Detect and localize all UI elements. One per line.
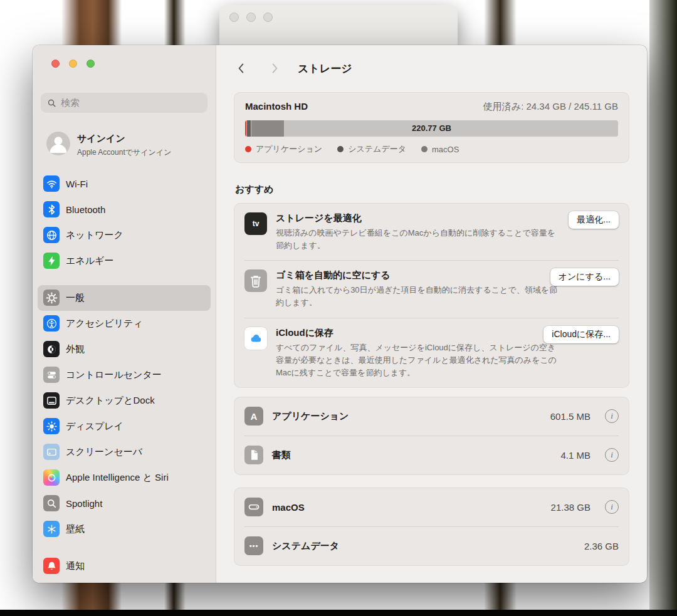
tree-trunk xyxy=(649,0,677,616)
storage-pane: ストレージ Macintosh HD 使用済み: 24.34 GB / 245.… xyxy=(216,45,647,583)
applications-icon: A xyxy=(244,407,263,425)
recommendation-store-in-icloud: iCloudに保存 すべてのファイル、写真、メッセージをiCloudに保存し、ス… xyxy=(244,318,619,387)
sidebar-item-apple-intelligence-siri[interactable]: Apple Intelligence と Siri xyxy=(38,465,211,491)
minimize-button[interactable] xyxy=(69,60,77,68)
sidebar-item-energy[interactable]: エネルギー xyxy=(38,248,211,274)
screensaver-icon xyxy=(43,444,60,460)
usage-size: 2.36 GB xyxy=(584,541,619,551)
wallpaper-flower-icon xyxy=(43,521,60,537)
document-icon xyxy=(244,446,263,464)
info-button[interactable]: i xyxy=(605,500,619,514)
sidebar-item-control-center[interactable]: コントロールセンター xyxy=(38,362,211,388)
usage-card-system: macOS 21.38 GB i ••• システムデータ 2.36 GB xyxy=(234,488,629,566)
icloud-icon xyxy=(244,327,267,350)
storage-legend: アプリケーション システムデータ macOS xyxy=(245,144,618,155)
recommendation-title: ゴミ箱を自動的に空にする xyxy=(276,269,559,281)
gear-icon xyxy=(43,290,60,306)
recommendation-description: すべてのファイル、写真、メッセージをiCloudに保存し、ストレージの空き容量が… xyxy=(276,342,559,379)
recommendation-title: ストレージを最適化 xyxy=(276,212,559,224)
back-button[interactable] xyxy=(234,61,248,75)
usage-size: 601.5 MB xyxy=(550,411,590,422)
info-button[interactable]: i xyxy=(605,409,619,423)
legend-dot xyxy=(245,146,251,152)
close-button[interactable] xyxy=(51,60,60,68)
legend-item-applications: アプリケーション xyxy=(245,144,322,155)
sidebar-item-network[interactable]: ネットワーク xyxy=(38,222,211,248)
chevron-left-icon xyxy=(236,63,246,74)
inactive-close-button[interactable] xyxy=(229,13,239,22)
sidebar-item-wallpaper[interactable]: 壁紙 xyxy=(38,516,211,542)
sidebar-item-bluetooth[interactable]: Bluetooth xyxy=(38,197,211,222)
sidebar-item-display[interactable]: ディスプレイ xyxy=(38,414,211,439)
inactive-zoom-button[interactable] xyxy=(263,13,273,22)
inactive-minimize-button[interactable] xyxy=(246,13,256,22)
recommendations-card: tv ストレージを最適化 視聴済みの映画やテレビ番組をこのMacから自動的に削除… xyxy=(234,203,629,388)
recommendation-description: ゴミ箱に入れてから30日が過ぎた項目を自動的に消去することで、領域を節約します。 xyxy=(276,284,559,309)
usage-size: 4.1 MB xyxy=(560,450,590,461)
recommendation-optimize-storage: tv ストレージを最適化 視聴済みの映画やテレビ番組をこのMacから自動的に削除… xyxy=(244,204,619,260)
sidebar-item-desktop-dock[interactable]: デスクトップとDock xyxy=(38,388,211,414)
system-settings-window: 検索 サインイン Apple Accountでサインイン Wi-Fi xyxy=(33,45,647,583)
appearance-icon xyxy=(43,341,60,357)
bluetooth-icon xyxy=(43,201,60,217)
avatar xyxy=(46,132,70,155)
search-icon xyxy=(47,98,56,108)
sidebar-item-screensaver[interactable]: スクリーンセーバ xyxy=(38,439,211,465)
usage-card-apps-documents: A アプリケーション 601.5 MB i 書類 4.1 MB i xyxy=(234,397,629,475)
sidebar-item-signin[interactable]: サインイン Apple Accountでサインイン xyxy=(41,132,207,159)
sidebar-item-notifications[interactable]: 通知 xyxy=(38,553,211,579)
desktop-dock-icon xyxy=(43,392,60,409)
turn-on-button[interactable]: オンにする... xyxy=(550,268,619,286)
bolt-icon xyxy=(43,253,60,269)
background-window[interactable] xyxy=(219,5,458,46)
inactive-traffic-lights xyxy=(219,5,458,22)
sidebar-item-spotlight[interactable]: Spotlight xyxy=(38,491,211,516)
search-placeholder: 検索 xyxy=(61,97,80,109)
usage-row-documents[interactable]: 書類 4.1 MB i xyxy=(244,436,619,474)
navigation-bar: ストレージ xyxy=(234,45,629,78)
globe-icon xyxy=(43,227,60,243)
bell-icon xyxy=(43,558,60,574)
storage-usage-bar[interactable]: 220.77 GB xyxy=(245,120,618,137)
legend-dot xyxy=(421,146,428,152)
control-center-icon xyxy=(43,367,60,383)
trash-icon xyxy=(244,269,267,292)
recommendation-title: iCloudに保存 xyxy=(276,327,559,339)
traffic-lights xyxy=(33,45,216,68)
legend-item-system-data: システムデータ xyxy=(337,144,406,155)
volume-name: Macintosh HD xyxy=(245,101,308,112)
legend-item-macos: macOS xyxy=(421,144,459,155)
zoom-button[interactable] xyxy=(87,60,95,68)
storage-overview-card: Macintosh HD 使用済み: 24.34 GB / 245.11 GB … xyxy=(234,92,629,163)
sidebar-item-appearance[interactable]: 外観 xyxy=(38,337,211,362)
accessibility-icon xyxy=(43,315,60,331)
recommendation-empty-trash: ゴミ箱を自動的に空にする ゴミ箱に入れてから30日が過ぎた項目を自動的に消去する… xyxy=(244,260,619,317)
signin-title: サインイン xyxy=(77,132,185,145)
search-input[interactable]: 検索 xyxy=(41,93,207,113)
sidebar-item-wifi[interactable]: Wi-Fi xyxy=(38,171,211,197)
sidebar: 検索 サインイン Apple Accountでサインイン Wi-Fi xyxy=(33,45,216,583)
optimize-button[interactable]: 最適化... xyxy=(569,211,619,229)
siri-icon xyxy=(43,469,60,486)
usage-size: 21.38 GB xyxy=(551,502,590,513)
info-button[interactable]: i xyxy=(605,448,619,462)
signin-subtitle: Apple Accountでサインイン xyxy=(77,147,185,159)
sidebar-item-general[interactable]: 一般 xyxy=(38,285,211,311)
appletv-icon: tv xyxy=(244,212,267,235)
usage-row-applications[interactable]: A アプリケーション 601.5 MB i xyxy=(244,397,619,436)
usage-row-system-data[interactable]: ••• システムデータ 2.36 GB xyxy=(244,526,619,565)
spotlight-icon xyxy=(43,495,60,511)
store-in-icloud-button[interactable]: iCloudに保存... xyxy=(543,326,619,343)
wifi-icon xyxy=(43,175,60,192)
free-space-label: 220.77 GB xyxy=(245,120,618,137)
usage-row-macos[interactable]: macOS 21.38 GB i xyxy=(244,488,619,526)
forward-button[interactable] xyxy=(268,61,281,75)
recommendations-heading: おすすめ xyxy=(235,184,629,196)
recommendation-description: 視聴済みの映画やテレビ番組をこのMacから自動的に削除することで容量を節約します… xyxy=(276,227,559,252)
page-title: ストレージ xyxy=(298,61,352,76)
sun-icon xyxy=(43,418,60,434)
used-capacity-label: 使用済み: 24.34 GB / 245.11 GB xyxy=(483,101,618,113)
wallpaper-shadow xyxy=(0,610,677,616)
sidebar-list: Wi-Fi Bluetooth ネットワーク エネルギー xyxy=(33,171,216,579)
sidebar-item-accessibility[interactable]: アクセシビリティ xyxy=(38,311,211,337)
